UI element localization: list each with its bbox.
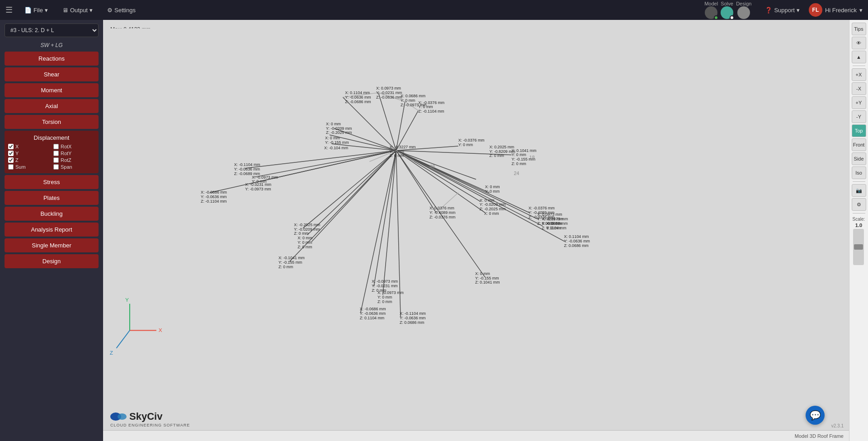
checkbox-rotz[interactable]: RotZ [53, 157, 95, 163]
logo-subtitle: CLOUD ENGINEERING SOFTWARE [110, 423, 190, 427]
checkbox-x[interactable]: X [8, 144, 50, 149]
svg-text:X: -0.1041 mm: X: -0.1041 mm [278, 256, 305, 260]
svg-text:Y: 0 mm: Y: 0 mm [485, 189, 500, 194]
svg-text:Y: -0.0209 mm: Y: -0.0209 mm [326, 126, 352, 131]
load-combo-select[interactable]: #3 - ULS: 2. D + L [5, 24, 99, 37]
checkbox-rotx[interactable]: RotX [53, 144, 95, 149]
svg-text:X: 0.0973 mm: X: 0.0973 mm [376, 86, 401, 90]
version-label: v2.3.1 [831, 423, 844, 428]
displacement-checkboxes: X RotX Y RotY Z RotZ Sum Span [8, 144, 95, 170]
checkbox-y[interactable]: Y [8, 151, 50, 156]
svg-text:X: 0 mm: X: 0 mm [480, 198, 495, 203]
svg-text:Z: 0 mm: Z: 0 mm [294, 231, 308, 236]
front-view-button[interactable]: Front [852, 138, 866, 151]
svg-text:Y: -0.155 mm: Y: -0.155 mm [475, 276, 499, 280]
svg-text:Y: -0.0209 mm: Y: -0.0209 mm [294, 227, 320, 231]
svg-text:X: -0.0973 mm: X: -0.0973 mm [542, 217, 568, 221]
checkbox-span[interactable]: Span [53, 164, 95, 170]
svg-text:Z: 0 mm: Z: 0 mm [389, 153, 404, 158]
top-view-button[interactable]: Top [852, 124, 866, 137]
structure-diagram: X: 0.1104 mm Y: -0.0636 mm Z: -0.0686 mm… [103, 20, 849, 441]
logo-text: SkyCiv [129, 411, 162, 422]
output-chevron-icon: ▾ [90, 7, 93, 14]
chat-button[interactable]: 💬 [806, 406, 825, 425]
svg-text:X: -0.0686 mm: X: -0.0686 mm [201, 190, 227, 194]
design-button[interactable]: Design [5, 254, 99, 268]
minus-y-button[interactable]: -Y [852, 110, 866, 123]
svg-text:Y: -0.0636 mm: Y: -0.0636 mm [564, 239, 590, 243]
svg-text:Y: -0.0636 mm: Y: -0.0636 mm [345, 95, 371, 100]
svg-text:Z: 0 mm: Z: 0 mm [278, 265, 293, 269]
plates-button[interactable]: Plates [5, 191, 99, 205]
axial-button[interactable]: Axial [5, 99, 99, 113]
shear-button[interactable]: Shear [5, 67, 99, 81]
stress-button[interactable]: Stress [5, 175, 99, 189]
analysis-report-button[interactable]: Analysis Report [5, 223, 99, 237]
svg-text:Y: -0.0636 mm: Y: -0.0636 mm [360, 311, 386, 316]
svg-text:X: 0.0973 mm: X: 0.0973 mm [538, 212, 562, 217]
buckling-button[interactable]: Buckling [5, 207, 99, 221]
screenshot-button[interactable]: 📷 [852, 184, 866, 197]
svg-text:Z: 0 mm: Z: 0 mm [377, 299, 392, 304]
svg-text:X: X [159, 327, 162, 333]
hamburger-button[interactable]: ☰ [5, 5, 13, 15]
toolbar-settings-button[interactable]: ⚙ [852, 198, 866, 211]
user-chevron-icon: ▾ [859, 7, 863, 14]
svg-text:X: -0.0376 mm: X: -0.0376 mm [458, 138, 485, 142]
svg-text:X: 0.2025 mm: X: 0.2025 mm [489, 145, 514, 149]
checkbox-z[interactable]: Z [8, 157, 50, 163]
checkbox-roty[interactable]: RotY [53, 151, 95, 156]
scale-slider[interactable] [853, 229, 864, 265]
svg-text:Y: -0.0973 mm: Y: -0.0973 mm [245, 187, 271, 191]
svg-text:Y: 0 mm: Y: 0 mm [389, 149, 404, 154]
toolbar-divider-3 [853, 213, 865, 213]
svg-text:Y: -0.155 mm: Y: -0.155 mm [325, 140, 349, 145]
iso-view-button[interactable]: Iso [852, 166, 866, 179]
model-solve-design-nav: Model Solve Design [704, 1, 751, 19]
svg-text:Z: 0 mm: Z: 0 mm [297, 245, 312, 249]
single-member-button[interactable]: Single Member [5, 238, 99, 252]
svg-text:X: -0.1104 mm: X: -0.1104 mm [400, 311, 426, 316]
solve-nav[interactable]: Solve [721, 1, 733, 19]
design-nav[interactable]: Design [736, 1, 751, 19]
main-area: #3 - ULS: 2. D + L SW + LG Reactions She… [0, 20, 868, 441]
logo-area: SkyCiv CLOUD ENGINEERING SOFTWARE [110, 410, 190, 427]
plus-y-button[interactable]: +Y [852, 96, 866, 109]
support-button[interactable]: ❓ Support ▾ [765, 7, 800, 14]
viewport[interactable]: Max: 0.4123 mm Min: 0 mm [103, 20, 849, 441]
tips-button[interactable]: Tips [852, 23, 866, 35]
svg-text:Y: 0 mm: Y: 0 mm [458, 142, 473, 147]
svg-text:Z: -0.0636 mm: Z: -0.0636 mm [376, 95, 402, 100]
chat-icon: 💬 [810, 410, 821, 421]
svg-text:X: -0.1104 mm: X: -0.1104 mm [234, 162, 260, 167]
user-menu[interactable]: FL Hi Frederick ▾ [809, 3, 863, 17]
model-nav[interactable]: Model [704, 1, 718, 19]
svg-text:Y: 0 mm: Y: 0 mm [377, 295, 392, 299]
svg-point-135 [118, 413, 127, 420]
rendering-button[interactable]: ▲ [852, 51, 866, 63]
eye-icon: 👁 [856, 40, 861, 46]
visibility-button[interactable]: 👁 [852, 37, 866, 49]
checkbox-sum[interactable]: Sum [8, 164, 50, 170]
output-menu[interactable]: 🖥 Output ▾ [60, 7, 95, 14]
gear-icon: ⚙ [857, 202, 861, 208]
svg-text:X: -0.0973 mm: X: -0.0973 mm [372, 279, 398, 284]
plus-x-button[interactable]: +X [852, 68, 866, 81]
svg-text:Z: 0 mm: Z: 0 mm [512, 161, 526, 166]
settings-menu[interactable]: ⚙ Settings [104, 7, 138, 14]
torsion-button[interactable]: Torsion [5, 115, 99, 129]
avatar: FL [809, 3, 822, 17]
file-icon: 📄 [24, 7, 32, 14]
svg-text:Z: Z [110, 350, 113, 356]
support-chevron-icon: ▾ [797, 7, 800, 14]
side-view-button[interactable]: Side [852, 152, 866, 165]
file-menu[interactable]: 📄 File ▾ [22, 7, 51, 14]
file-chevron-icon: ▾ [45, 7, 48, 14]
svg-text:X: 0 mm: X: 0 mm [326, 122, 341, 126]
svg-text:X: 0.0376 mm: X: 0.0376 mm [429, 206, 454, 210]
reactions-button[interactable]: Reactions [5, 52, 99, 66]
svg-text:Z: -0.2025 mm: Z: -0.2025 mm [326, 130, 352, 135]
minus-x-button[interactable]: -X [852, 82, 866, 95]
moment-button[interactable]: Moment [5, 83, 99, 97]
svg-text:Z: 0.1104 mm: Z: 0.1104 mm [360, 316, 384, 320]
